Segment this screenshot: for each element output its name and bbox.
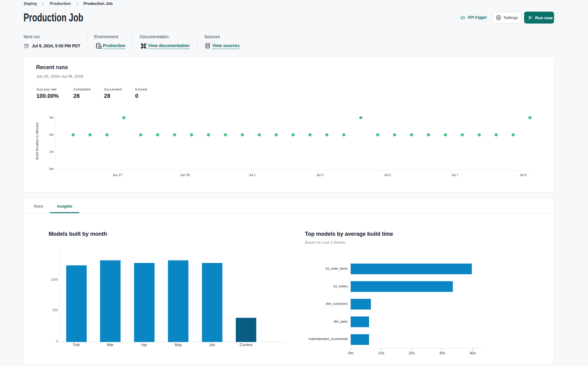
svg-text:Jun 27: Jun 27 (113, 173, 122, 177)
svg-text:3m: 3m (49, 116, 54, 119)
svg-text:Jun 29: Jun 29 (180, 173, 190, 177)
svg-text:Feb: Feb (73, 343, 80, 347)
svg-text:30s: 30s (439, 351, 445, 355)
svg-text:1m: 1m (49, 150, 54, 153)
svg-text:Jul 5: Jul 5 (384, 173, 391, 177)
svg-text:Current: Current (240, 343, 253, 347)
svg-text:20s: 20s (409, 351, 415, 355)
svg-text:500: 500 (52, 308, 58, 312)
svg-text:Jul 7: Jul 7 (451, 173, 458, 177)
svg-text:Apr: Apr (141, 343, 147, 347)
svg-text:Build Duration in Minutes: Build Duration in Minutes (35, 122, 39, 160)
svg-text:0m: 0m (348, 351, 353, 355)
svg-text:Jul 1: Jul 1 (249, 173, 256, 177)
svg-text:1000: 1000 (51, 278, 58, 281)
svg-text:Jul 9: Jul 9 (520, 173, 526, 177)
svg-text:2m: 2m (49, 133, 54, 136)
svg-text:10s: 10s (378, 351, 384, 355)
svg-text:May: May (175, 343, 182, 347)
svg-text:Mar: Mar (107, 343, 114, 347)
svg-text:0m: 0m (49, 167, 54, 171)
svg-text:fct_orders: fct_orders (333, 284, 348, 288)
svg-text:dim_customers: dim_customers (326, 302, 348, 305)
svg-text:materialization_incremental: materialization_incremental (309, 337, 348, 341)
svg-text:Jun: Jun (209, 343, 215, 347)
svg-text:fct_order_items: fct_order_items (326, 267, 348, 270)
svg-text:0: 0 (56, 339, 58, 343)
svg-text:40s: 40s (470, 351, 476, 355)
svg-text:Jul 3: Jul 3 (316, 173, 323, 177)
svg-text:dim_parts: dim_parts (334, 320, 348, 323)
